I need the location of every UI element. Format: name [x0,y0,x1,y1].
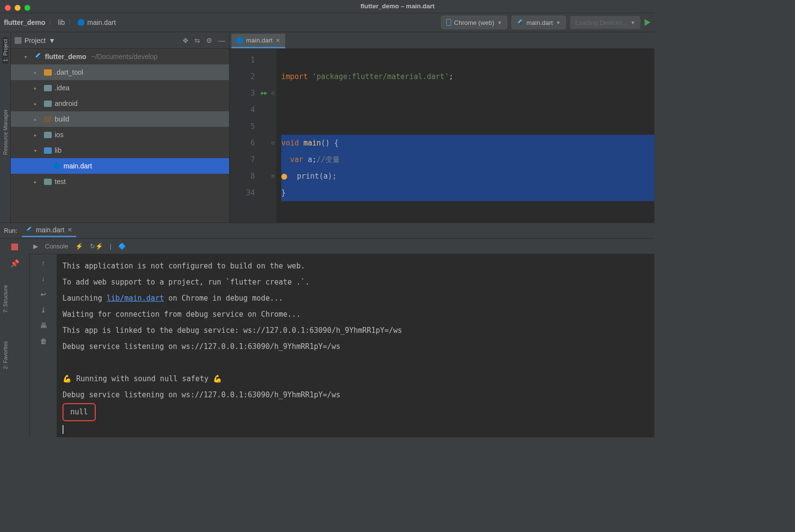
loading-label: Loading Devices... [575,19,628,26]
folder-icon [44,101,52,107]
stop-button[interactable] [11,244,18,250]
tree-item-test[interactable]: ▸test [11,174,229,189]
chevron-down-icon: ▼ [497,20,502,25]
editor-tab-main[interactable]: main.dart ✕ [231,34,285,48]
project-panel-header: Project ▼ ✥ ⇆ ⚙ — [11,32,229,49]
tree-item-main-dart[interactable]: main.dart [11,158,229,174]
devtools-icon[interactable]: 🔷 [118,243,126,250]
folder-icon [44,132,52,138]
highlight-box: null [63,403,96,421]
console-line: This application is not configured to bu… [63,258,654,274]
console-output[interactable]: This application is not configured to bu… [57,254,654,437]
fold-column[interactable]: ⊟ ⊟ ⊞ [270,49,276,223]
chevron-down-icon: ▼ [630,20,635,25]
dart-file-icon [236,37,243,44]
console-line: 💪 Running with sound null safety 💪 [63,371,654,387]
tree-root-label: flutter_demo [45,53,86,61]
loading-devices-button[interactable]: Loading Devices... ▼ [570,16,641,29]
tree-label: lib [55,146,62,154]
run-config-selector[interactable]: main.dart ▼ [511,16,566,29]
run-tab[interactable]: main.dart ✕ [22,224,76,237]
tree-label: build [55,115,69,123]
device-selector[interactable]: Chrome (web) ▼ [441,16,507,29]
console-label: Console [45,243,68,250]
tree-label: .dart_tool [55,68,83,76]
window-close-button[interactable] [5,5,11,11]
tree-item-android[interactable]: ▸android [11,96,229,111]
minimize-panel-icon[interactable]: — [218,37,225,44]
project-view-selector[interactable]: Project ▼ [15,37,55,44]
project-panel-label: Project [24,37,46,44]
side-tab-project[interactable]: 1: Project [2,37,8,63]
window-zoom-button[interactable] [24,5,30,11]
folder-icon [44,147,52,154]
main-toolbar: flutter_demo 〉 lib 〉 main.dart Chrome (w… [0,13,654,32]
window-title: flutter_demo – main.dart [360,2,435,10]
folder-icon [44,69,52,76]
scroll-up-icon[interactable]: ↑ [42,259,45,267]
tree-label: ios [55,131,63,139]
pin-icon[interactable]: 📌 [10,259,20,268]
console-link[interactable]: lib/main.dart [106,294,164,303]
code-text[interactable]: import 'package:flutter/material.dart'; … [276,49,654,223]
console-side-toolbar: ↑ ↓ ↩ ⤓ 🖶 🗑 [29,254,57,437]
console-line: Launching lib/main.dart on Chrome in deb… [63,290,654,307]
window-minimize-button[interactable] [15,5,21,11]
side-tab-resource[interactable]: Resource Manager [2,107,8,157]
tree-label: main.dart [63,162,92,170]
breadcrumb-folder[interactable]: lib [58,19,65,26]
tree-item-idea[interactable]: ▸.idea [11,80,229,96]
close-icon[interactable]: ✕ [275,37,280,44]
console-line: This app is linked to the debug service:… [63,323,654,339]
editor-tab-label: main.dart [246,37,272,44]
trash-icon[interactable]: 🗑 [40,337,47,345]
print-icon[interactable]: 🖶 [40,322,47,329]
tree-item-ios[interactable]: ▸ios [11,127,229,143]
project-tree[interactable]: ▾ flutter_demo ~/Documents/develop ▸.dar… [11,49,229,223]
side-tab-structure[interactable]: 7: Structure [2,283,8,315]
dart-file-icon [78,19,84,26]
run-gutter-icon[interactable]: ▶▶ [259,85,270,102]
run-tool-window: Run: main.dart ✕ 📌 ▶ Console ⚡ ↻⚡ | 🔷 ↑ [0,223,654,437]
locate-icon[interactable]: ✥ [183,37,188,44]
tree-root[interactable]: ▾ flutter_demo ~/Documents/develop [11,49,229,64]
tree-item-lib[interactable]: ▾lib [11,143,229,158]
hot-reload-icon[interactable]: ⚡ [75,243,83,250]
intention-bulb-icon[interactable] [281,174,287,180]
close-icon[interactable]: ✕ [67,226,72,233]
folder-icon [44,179,52,185]
run-config-label: main.dart [526,19,553,26]
run-button[interactable] [645,19,650,26]
breadcrumb[interactable]: flutter_demo 〉 lib 〉 main.dart [4,18,116,27]
console-play-icon[interactable]: ▶ [33,243,38,250]
tree-label: test [55,178,66,185]
gear-icon[interactable]: ⚙ [206,37,212,44]
console-line: Waiting for connection from debug servic… [63,307,654,323]
title-bar: flutter_demo – main.dart [0,0,654,13]
flutter-icon [34,53,42,61]
line-numbers: 1234567834 [230,49,259,223]
run-label: Run: [4,227,17,234]
tree-item-dart-tool[interactable]: ▸.dart_tool [11,64,229,80]
breadcrumb-project[interactable]: flutter_demo [4,19,45,26]
code-editor[interactable]: 1234567834 ▶▶ ⊟ ⊟ ⊞ import 'package:flut… [230,49,654,223]
chevron-down-icon: ▼ [556,20,561,25]
hot-restart-icon[interactable]: ↻⚡ [90,243,103,250]
soft-wrap-icon[interactable]: ↩ [41,290,46,298]
side-tab-favorites[interactable]: 2: Favorites [2,339,8,371]
tree-item-build[interactable]: ▸build [11,111,229,127]
folder-icon [44,116,52,123]
left-tool-tabs: 1: Project Resource Manager [0,32,11,223]
console-line-null: null [63,403,654,421]
breadcrumb-file[interactable]: main.dart [87,19,116,26]
collapse-icon[interactable]: ⇆ [194,37,200,44]
tree-label: android [55,100,78,107]
run-header: Run: main.dart ✕ [0,223,654,239]
flutter-icon [517,19,523,26]
tree-root-path: ~/Documents/develop [91,53,158,61]
scroll-to-end-icon[interactable]: ⤓ [41,306,46,314]
scroll-down-icon[interactable]: ↓ [42,275,45,283]
console-line: To add web support to a project, run `fl… [63,274,654,290]
console-line: Debug service listening on ws://127.0.0.… [63,339,654,355]
editor-tabs: main.dart ✕ [230,32,654,49]
